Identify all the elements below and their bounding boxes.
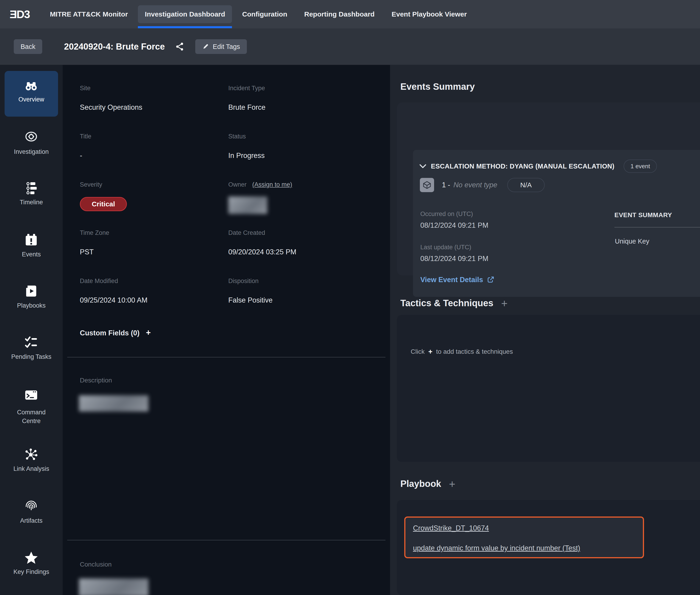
field-label: Disposition <box>228 278 272 285</box>
incident-details-panel: Site Security Operations Incident Type B… <box>63 65 390 595</box>
calendar-alert-icon <box>24 233 38 248</box>
field-site: Site Security Operations <box>80 85 142 112</box>
conclusion-label: Conclusion <box>80 561 112 568</box>
star-icon <box>24 550 38 565</box>
field-value: False Positive <box>228 296 272 304</box>
description-redacted-content <box>79 395 148 412</box>
severity-badge[interactable]: Critical <box>80 197 127 211</box>
field-label: Owner <box>228 181 246 188</box>
cube-icon <box>420 178 434 192</box>
field-label: Time Zone <box>80 229 109 236</box>
field-value: Security Operations <box>80 103 142 112</box>
nav-item-event-playbook-viewer[interactable]: Event Playbook Viewer <box>385 5 474 23</box>
plus-icon: + <box>428 347 433 356</box>
occurred-on-value: 08/12/2024 09:21 PM <box>420 221 488 230</box>
playbook-card: CrowdStrike_DT_10674 update dynamic form… <box>397 500 700 595</box>
field-label: Incident Type <box>228 85 265 92</box>
chevron-down-icon[interactable] <box>419 164 426 169</box>
book-play-icon <box>24 284 38 299</box>
section-divider <box>67 540 385 540</box>
field-value: 09/20/2024 03:25 PM <box>228 248 296 256</box>
nav-item-label: Investigation Dashboard <box>145 10 225 18</box>
custom-fields-header: Custom Fields (0)+ <box>80 328 151 337</box>
conclusion-redacted-content <box>79 578 148 595</box>
field-incident-type: Incident Type Brute Force <box>228 85 265 112</box>
sidebar-label-key-findings: Key Findings <box>0 568 63 575</box>
nav-item-investigation-dashboard[interactable]: Investigation Dashboard <box>138 5 232 23</box>
field-label: Date Modified <box>80 278 148 285</box>
active-tab-underline <box>138 26 232 28</box>
top-nav: ƎD3 MITRE ATT&CK Monitor Investigation D… <box>0 0 700 28</box>
occurred-on-label: Occurred on (UTC) <box>420 210 488 218</box>
field-date-modified: Date Modified 09/25/2024 10:00 AM <box>80 278 148 304</box>
sidebar-label-artifacts: Artifacts <box>0 517 63 524</box>
unique-key-label: Unique Key <box>615 237 649 245</box>
field-status: Status In Progress <box>228 133 265 160</box>
field-date-created: Date Created 09/20/2024 03:25 PM <box>228 229 296 256</box>
field-time-zone: Time Zone PST <box>80 229 109 256</box>
field-label: Title <box>80 133 91 140</box>
event-type-placeholder: No event type <box>454 181 497 189</box>
playbook-highlight-box: CrowdStrike_DT_10674 update dynamic form… <box>404 516 644 558</box>
sidebar-label-events: Events <box>0 251 63 258</box>
event-na-badge: N/A <box>507 178 545 192</box>
summary-panel: Events Summary ESCALATION METHOD: DYANG … <box>390 65 700 595</box>
fingerprint-icon <box>24 498 38 513</box>
terminal-icon <box>24 388 38 402</box>
escalation-method-title[interactable]: ESCALATION METHOD: DYANG (MANUAL ESCALAT… <box>431 163 614 170</box>
binoculars-icon <box>24 78 38 93</box>
tactics-techniques-heading: Tactics & Techniques+ <box>400 297 507 310</box>
add-custom-field-button[interactable]: + <box>146 328 151 337</box>
events-summary-heading: Events Summary <box>400 82 475 92</box>
incident-title: 20240920-4: Brute Force <box>64 42 165 52</box>
share-icon[interactable] <box>175 42 184 51</box>
field-value: - <box>80 151 91 160</box>
nav-item-configuration[interactable]: Configuration <box>235 5 294 23</box>
edit-tags-label: Edit Tags <box>213 43 240 51</box>
pencil-icon <box>202 43 209 50</box>
incident-header-bar: Back 20240920-4: Brute Force Edit Tags <box>0 28 700 65</box>
section-divider <box>67 357 385 358</box>
field-label: Severity <box>80 181 127 188</box>
checklist-icon <box>24 335 38 349</box>
field-label: Status <box>228 133 265 140</box>
playbook-heading: Playbook+ <box>400 478 456 490</box>
field-value: PST <box>80 248 109 256</box>
timeline-icon <box>24 181 38 196</box>
event-row[interactable]: 1 - No event type N/A <box>420 178 545 192</box>
back-button[interactable]: Back <box>14 39 42 54</box>
sidebar-label-pending-tasks: Pending Tasks <box>0 353 63 360</box>
tactics-empty-state: Click + to add tactics & techniques <box>411 347 513 356</box>
field-value: 09/25/2024 10:00 AM <box>80 296 148 304</box>
playbook-link-update-form[interactable]: update dynamic form value by incident nu… <box>413 544 580 552</box>
sidebar-active-highlight <box>5 71 58 117</box>
last-update-label: Last update (UTC) <box>420 244 488 251</box>
events-summary-card: ESCALATION METHOD: DYANG (MANUAL ESCALAT… <box>397 103 700 276</box>
sidebar: Overview Investigation <box>0 65 63 595</box>
field-label: Date Created <box>228 229 296 236</box>
description-label: Description <box>80 377 112 384</box>
sidebar-label-command-centre: Command Centre <box>0 408 63 426</box>
escalation-group-card: ESCALATION METHOD: DYANG (MANUAL ESCALAT… <box>413 150 700 297</box>
nav-item-mitre-attck-monitor[interactable]: MITRE ATT&CK Monitor <box>43 5 135 23</box>
target-icon <box>24 129 38 144</box>
investigation-dashboard-app: ƎD3 MITRE ATT&CK Monitor Investigation D… <box>0 0 700 595</box>
assign-to-me-link[interactable]: (Assign to me) <box>252 181 292 188</box>
sidebar-label-timeline: Timeline <box>0 199 63 206</box>
field-title: Title - <box>80 133 91 160</box>
event-summary-divider <box>614 227 700 227</box>
add-playbook-button[interactable]: + <box>449 478 456 490</box>
nav-item-reporting-dashboard[interactable]: Reporting Dashboard <box>297 5 382 23</box>
field-severity: Severity Critical <box>80 181 127 211</box>
playbook-link-crowdstrike[interactable]: CrowdStrike_DT_10674 <box>413 524 489 532</box>
edit-tags-button[interactable]: Edit Tags <box>195 39 247 54</box>
last-update-value: 08/12/2024 09:21 PM <box>420 255 488 263</box>
event-count-badge: 1 event <box>623 160 657 173</box>
external-link-icon <box>487 276 494 284</box>
sidebar-label-overview: Overview <box>0 96 63 103</box>
field-value: In Progress <box>228 151 265 160</box>
add-tactics-button[interactable]: + <box>501 297 507 309</box>
d3-logo: ƎD3 <box>10 8 30 21</box>
sidebar-label-link-analysis: Link Analysis <box>0 465 63 473</box>
view-event-details-link[interactable]: View Event Details <box>420 276 494 284</box>
